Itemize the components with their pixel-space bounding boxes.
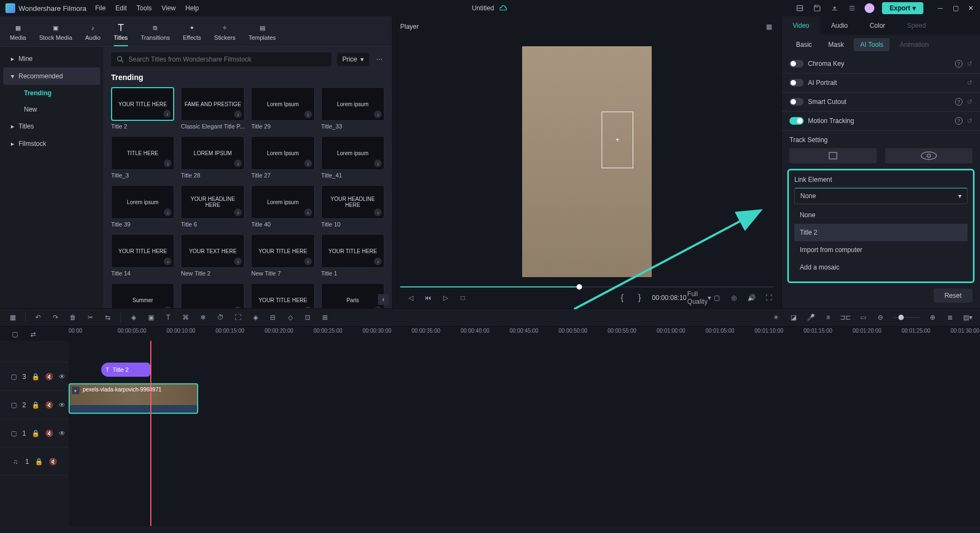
link-opt-none[interactable]: None [794,206,967,224]
reset-icon[interactable]: ↺ [967,98,972,106]
tab-transitions[interactable]: ⧉Transitions [141,20,170,46]
sidebar-item-titles[interactable]: ▸Titles [3,118,100,135]
cutout-toggle[interactable] [789,98,804,106]
smart-cutout-section[interactable]: Smart Cutout ? ↺ [782,93,980,112]
play-button[interactable]: ▷ [440,293,450,303]
reset-button[interactable]: Reset [934,289,972,303]
list-icon[interactable] [847,3,857,13]
delete-icon[interactable]: 🗑 [68,313,78,322]
sidebar-item-filmstock[interactable]: ▸Filmstock [3,135,100,152]
help-icon[interactable]: ? [955,98,963,106]
color-icon[interactable]: ◈ [250,313,260,322]
tracking-target-box[interactable]: + [602,112,633,168]
tab-templates[interactable]: ▤Templates [248,20,275,46]
stop-button[interactable]: □ [458,293,468,303]
minimize-button[interactable]: ─ [936,4,944,12]
title-thumbnail[interactable]: YOUR TITLE HERE↓ [111,87,174,121]
speed-icon[interactable]: ⏱ [216,313,225,322]
tab-video[interactable]: Video [782,16,820,35]
title-thumbnail[interactable]: YOUR TEXT HERE↓ [181,234,244,268]
close-button[interactable]: ✕ [967,4,975,12]
download-icon[interactable]: ↓ [164,209,171,216]
audio-track-icon[interactable]: ♫ [11,457,20,467]
magnet-icon[interactable]: ⊐⊏ [841,313,850,322]
title-card[interactable]: YOUR TEXT HERE↓New Title 2 [181,234,244,277]
target-single-button[interactable] [789,148,877,163]
zoom-in-icon[interactable]: ⊕ [928,313,938,322]
lock-icon[interactable]: 🔒 [34,457,43,467]
title-thumbnail[interactable]: YOUR TITLE HERE↓ [251,234,314,268]
download-icon[interactable]: ↓ [374,258,382,265]
mark-out-icon[interactable]: } [635,293,645,303]
menu-tools[interactable]: Tools [137,4,152,12]
collapse-sidebar-button[interactable]: ‹ [378,294,389,305]
tab-audio[interactable]: ♪Audio [85,20,101,46]
title-card[interactable]: Lorem ipsum↓Title_33 [321,87,384,130]
group-icon[interactable]: ⊡ [303,313,313,322]
title-thumbnail[interactable]: YOUR HEADLINE HERE↓ [181,185,244,219]
search-input[interactable] [128,56,326,63]
title-card[interactable]: YOUR HEADLINE HERE↓Title 10 [321,185,384,228]
more-tool-icon[interactable]: ⊞ [320,313,330,322]
chroma-key-section[interactable]: Chroma Key ? ↺ [782,54,980,73]
snapshot-icon[interactable]: ◎ [729,293,739,303]
sidebar-sub-new[interactable]: New [3,101,100,118]
menu-view[interactable]: View [162,4,176,12]
fullscreen-icon[interactable]: ⛶ [764,293,774,303]
title-card[interactable]: YOUR TITLE HERE↓Title 1 [321,234,384,277]
track-type-icon[interactable]: ▢ [11,400,17,410]
menu-edit[interactable]: Edit [115,4,127,12]
download-icon[interactable]: ↓ [164,307,171,308]
reset-icon[interactable]: ↺ [967,79,972,87]
subtab-basic[interactable]: Basic [789,38,818,51]
tab-media[interactable]: ▦Media [10,20,26,46]
link-icon[interactable]: ⌘ [181,313,191,322]
voiceover-icon[interactable]: 🎤 [806,313,816,322]
timeline-ruler[interactable]: ▢ ⇄ 00:0000:00:05:0000:00:10:0000:00:15:… [0,327,980,341]
preview-area[interactable]: + [393,37,781,286]
download-icon[interactable]: ↓ [234,258,242,265]
visibility-icon[interactable]: 👁 [59,372,65,382]
chroma-toggle[interactable] [789,60,804,68]
tracking-toggle[interactable] [789,117,804,125]
fit-zoom-icon[interactable]: ≣ [945,313,955,322]
ai-portrait-section[interactable]: AI Portrait ↺ [782,73,980,93]
subtab-mask[interactable]: Mask [822,38,850,51]
mute-icon[interactable]: 🔇 [45,428,53,438]
title-thumbnail[interactable]: ↓ [181,283,244,308]
tab-speed[interactable]: Speed [896,16,937,35]
playhead[interactable]: ✂ [150,341,151,526]
prev-frame-button[interactable]: ◁ [406,293,415,303]
title-thumbnail[interactable]: YOUR TITLE HERE↓ [321,234,384,268]
track-link-icon[interactable]: ⇄ [28,329,38,339]
title-thumbnail[interactable]: Paris↓ [321,283,384,308]
mute-icon[interactable]: 🔇 [45,400,53,410]
download-icon[interactable]: ↓ [234,307,242,308]
link-opt-title2[interactable]: Title 2 [794,224,967,241]
title-thumbnail[interactable]: Lorem ipsum↓ [321,136,384,170]
reset-icon[interactable]: ↺ [967,60,972,68]
mixer-icon[interactable]: ≡ [823,313,833,322]
tab-stock-media[interactable]: ▣Stock Media [39,20,72,46]
zoom-slider[interactable] [893,317,920,318]
download-icon[interactable]: ↓ [234,111,242,118]
scrubber[interactable] [393,286,781,287]
title-clip[interactable]: T Title 2 [101,363,150,377]
title-card[interactable]: ↓ [181,283,244,308]
title-thumbnail[interactable]: YOUR TITLE HERE↓ [251,283,314,308]
sort-button[interactable]: Price▾ [337,53,369,66]
link-element-select[interactable]: None ▾ [794,188,967,204]
help-icon[interactable]: ? [955,60,963,68]
tracks-content[interactable]: ✂ T Title 2 ▸ pexels-vlada-karpovich-996… [69,341,980,526]
volume-icon[interactable]: 🔊 [746,293,756,303]
clip-play-icon[interactable]: ▸ [72,387,79,394]
scrub-track[interactable] [400,286,774,287]
maximize-button[interactable]: ▢ [952,4,959,12]
mute-icon[interactable]: 🔇 [49,457,58,467]
redo-icon[interactable]: ↷ [51,313,60,322]
search-box[interactable] [111,52,332,66]
quality-select[interactable]: Full Quality ▾ [694,293,704,303]
download-icon[interactable]: ↓ [374,111,382,118]
more-options-button[interactable]: ⋯ [375,54,384,64]
title-card[interactable]: YOUR TITLE HERE↓Title 2 [111,87,174,130]
